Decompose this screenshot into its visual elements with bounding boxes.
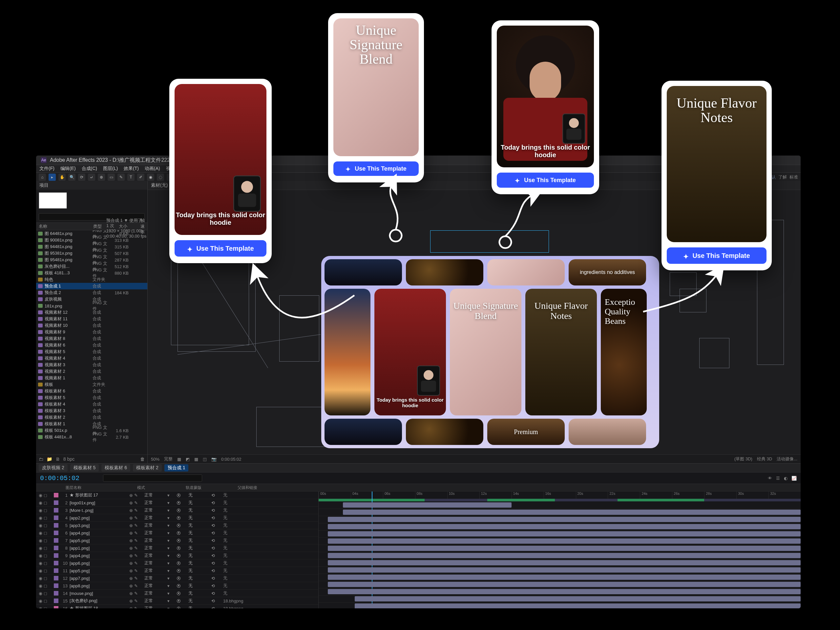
use-template-button[interactable]: ✦ Use This Template (667, 248, 766, 264)
snapshot-icon[interactable]: 📷 (211, 457, 216, 462)
layer-track-matte[interactable]: 无 (188, 500, 209, 506)
project-item-row[interactable]: 模板文件夹 (36, 381, 147, 388)
layer-track-matte[interactable]: 无 (188, 507, 209, 513)
clip-bar[interactable] (328, 538, 801, 544)
layer-blend-mode[interactable]: 正常 (144, 553, 165, 559)
layer-color-swatch[interactable] (54, 561, 58, 565)
track-row[interactable] (319, 537, 801, 545)
new-folder-icon[interactable]: 📁 (47, 456, 52, 462)
new-comp-icon[interactable]: 🗎 (55, 456, 60, 462)
workspace-standard[interactable]: 标准 (789, 174, 798, 180)
layer-row[interactable]: ◉ ◻10[app6.png]⊕ ✎正常▾⦿无⟲无 (36, 559, 318, 567)
project-item-row[interactable]: 模板素材 4合成 (36, 401, 147, 407)
timeline-tracks[interactable]: 00s04s06s08s10s12s14s16s20s22s24s26s28s3… (319, 491, 801, 608)
interpret-icon[interactable]: 🗀 (39, 456, 43, 462)
layer-track-matte[interactable]: 无 (188, 537, 209, 543)
layer-blend-mode[interactable]: 正常 (144, 605, 165, 608)
layer-blend-mode[interactable]: 正常 (144, 568, 165, 573)
menu-animation[interactable]: 动画(A) (145, 166, 160, 172)
track-row[interactable] (319, 602, 801, 608)
layer-color-swatch[interactable] (54, 576, 58, 581)
clip-bar[interactable] (328, 553, 801, 558)
track-row[interactable] (319, 545, 801, 552)
layer-parent[interactable]: 无 (223, 515, 259, 521)
work-area-bar[interactable] (319, 499, 801, 501)
layer-blend-mode[interactable]: 正常 (144, 598, 165, 604)
layer-parent[interactable]: 无 (223, 545, 259, 551)
clip-bar[interactable] (328, 567, 801, 573)
layer-color-swatch[interactable] (54, 546, 58, 550)
timeline-tab[interactable]: 模板素材 6 (101, 464, 130, 472)
layer-blend-mode[interactable]: 正常 (144, 492, 165, 498)
clip-bar[interactable] (328, 531, 801, 537)
layer-parent[interactable]: 18.bhgpng (223, 606, 259, 609)
project-item-list[interactable]: 图 64481x.pngPNG 文件9 KB图 90081x.pngPNG 文件… (36, 231, 147, 455)
menu-effect[interactable]: 效果(T) (124, 166, 139, 172)
layer-blend-mode[interactable]: 正常 (144, 530, 165, 536)
layer-row[interactable]: ◉ ◻6[app4.png]⊕ ✎正常▾⦿无⟲无 (36, 529, 318, 537)
layer-blend-mode[interactable]: 正常 (144, 545, 165, 551)
active-camera[interactable]: 活动摄像... (777, 456, 797, 462)
layer-color-swatch[interactable] (54, 515, 58, 520)
brush-tool-icon[interactable]: ✐ (137, 174, 144, 181)
layer-color-swatch[interactable] (54, 501, 58, 505)
layer-blend-mode[interactable]: 正常 (144, 560, 165, 566)
layer-row[interactable]: ◉ ◻4[app2.png]⊕ ✎正常▾⦿无⟲无 (36, 514, 318, 522)
viewer-tab-footage[interactable]: 素材(无) (151, 182, 168, 188)
project-item-row[interactable]: 图 95481x.pngPNG 文件287 KB (36, 257, 147, 263)
track-row[interactable] (319, 595, 801, 603)
layer-blend-mode[interactable]: 正常 (144, 583, 165, 589)
pen-tool-icon[interactable]: ✎ (117, 174, 125, 181)
layer-blend-mode[interactable]: 正常 (144, 590, 165, 596)
layer-color-swatch[interactable] (54, 553, 58, 558)
frame-blend-icon[interactable]: ☰ (776, 476, 780, 481)
renderer-mode[interactable]: 经典 3D (757, 456, 772, 462)
timeline-tab[interactable]: 皮肤视频 2 (39, 464, 68, 472)
layer-parent[interactable]: 无 (223, 500, 259, 506)
layer-row[interactable]: ◉ ◻15[灰色磨砂.png]⊕ ✎正常▾⦿无⟲18.bhgpng (36, 597, 318, 605)
layer-parent[interactable]: 18.bhgpng (223, 598, 259, 603)
project-item-row[interactable]: 模板 501x.pPNG 文件1.6 KB (36, 427, 147, 434)
timeline-tab[interactable]: 模板素材 5 (70, 464, 99, 472)
layer-blend-mode[interactable]: 正常 (144, 500, 165, 506)
project-item-row[interactable]: 视频素材 4合成 (36, 355, 147, 362)
shy-toggle-icon[interactable]: 👁 (768, 476, 772, 481)
layer-color-swatch[interactable] (54, 493, 58, 497)
project-item-row[interactable]: 视频素材 9合成 (36, 329, 147, 335)
layer-color-swatch[interactable] (54, 583, 58, 588)
project-item-row[interactable]: 预合成 1合成 (36, 283, 147, 289)
layer-blend-mode[interactable]: 正常 (144, 575, 165, 581)
layer-row[interactable]: ◉ ◻14[mouse.png]⊕ ✎正常▾⦿无⟲无 (36, 590, 318, 597)
project-panel-tab[interactable]: 项目 (36, 181, 147, 189)
layer-track-matte[interactable]: 无 (188, 523, 209, 528)
layer-parent[interactable]: 无 (223, 492, 259, 498)
track-row[interactable] (319, 573, 801, 581)
layer-track-matte[interactable]: 无 (188, 598, 209, 604)
layer-color-swatch[interactable] (54, 591, 58, 595)
layer-track-matte[interactable]: 无 (188, 515, 209, 521)
trash-icon[interactable]: 🗑 (140, 456, 145, 462)
layer-row[interactable]: ◉ ◻2[logo01x.png]⊕ ✎正常▾⦿无⟲无 (36, 499, 318, 507)
eraser-tool-icon[interactable]: ◌ (157, 174, 164, 181)
project-item-row[interactable]: 模板 4481x...8PNG 文件2.7 KB (36, 434, 147, 441)
text-tool-icon[interactable]: T (127, 174, 134, 181)
layer-track-matte[interactable]: 无 (188, 553, 209, 559)
timeline-tab[interactable]: 模板素材 2 (133, 464, 162, 472)
project-item-row[interactable]: 模板素材 3合成 (36, 407, 147, 414)
track-row[interactable] (319, 523, 801, 531)
use-template-button[interactable]: ✦ Use This Template (333, 161, 419, 176)
layer-color-swatch[interactable] (54, 606, 58, 608)
track-row[interactable] (319, 588, 801, 595)
layer-blend-mode[interactable]: 正常 (144, 523, 165, 528)
clip-bar[interactable] (328, 582, 801, 587)
view-3d-mode[interactable]: (草图 3D) (734, 456, 752, 462)
orbit-tool-icon[interactable]: ⟳ (78, 174, 85, 181)
layer-track-matte[interactable]: 无 (188, 605, 209, 608)
graph-editor-icon[interactable]: 📈 (791, 476, 797, 481)
selection-tool-icon[interactable]: ▸ (49, 174, 56, 181)
project-item-row[interactable]: 视频素材 8合成 (36, 335, 147, 342)
clip-bar[interactable] (328, 575, 801, 580)
layer-color-swatch[interactable] (54, 598, 58, 603)
project-item-row[interactable]: 皮肤视频合成 (36, 296, 147, 303)
menu-composition[interactable]: 合成(C) (82, 166, 97, 172)
